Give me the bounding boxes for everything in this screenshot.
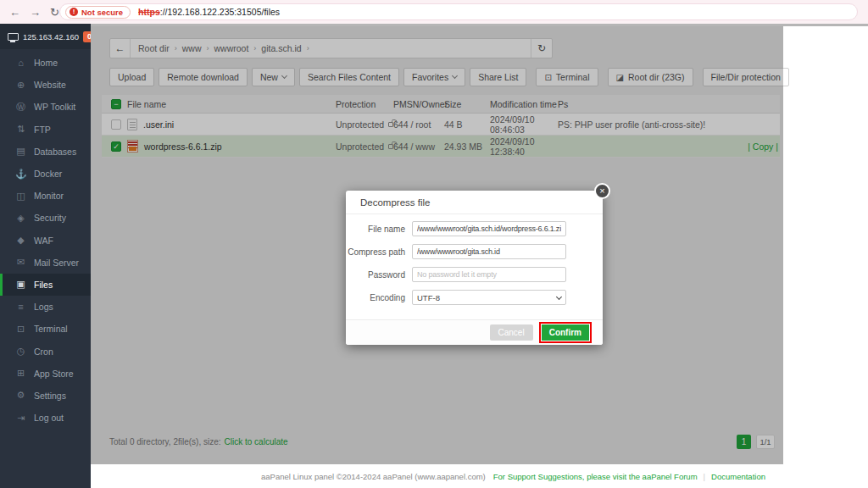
shield-icon: ◆ [15,235,26,246]
password-label: Password [346,270,412,280]
chevron-down-icon [556,293,562,299]
server-ip: 125.163.42.160 [23,32,79,42]
sidebar-item-waf[interactable]: ◆WAF [0,230,91,252]
database-icon: ▤ [15,146,26,157]
encoding-select[interactable]: UTF-8 [412,290,566,305]
dialog-title: Decompress file [346,191,603,214]
clock-icon: ◷ [15,346,26,357]
logs-icon: ≡ [15,302,26,312]
sidebar-header: 125.163.42.160 0 [0,24,91,49]
sidebar-item-wp-toolkit[interactable]: ⓌWP Toolkit [0,96,91,118]
not-secure-badge[interactable]: ! Not secure [65,6,131,19]
sidebar-item-settings[interactable]: ⚙Settings [0,385,91,407]
not-secure-icon: ! [70,8,78,16]
sidebar-item-website[interactable]: ⊕Website [0,74,91,96]
address-bar[interactable]: ! Not secure https://192.168.122.235:315… [59,3,858,20]
sidebar-item-docker[interactable]: ⚓Docker [0,163,91,185]
compress-path-field[interactable] [412,244,566,259]
footer-copyright: aaPanel Linux panel ©2014-2024 aaPanel (… [261,472,486,481]
confirm-button[interactable]: Confirm [542,324,589,341]
footer-documentation-link[interactable]: Documentation [711,472,765,481]
not-secure-label: Not secure [81,8,123,17]
sidebar-item-mail-server[interactable]: ✉Mail Server [0,252,91,274]
sidebar: 125.163.42.160 0 ⌂Home ⊕Website ⓌWP Tool… [0,24,91,488]
sidebar-item-security[interactable]: ◈Security [0,207,91,229]
url-scheme: https [138,7,160,17]
sidebar-item-ftp[interactable]: ⇅FTP [0,119,91,141]
file-name-label: File name [346,225,412,234]
close-icon[interactable]: × [594,183,610,199]
sidebar-item-log-out[interactable]: ⇥Log out [0,407,91,429]
password-field[interactable] [412,267,566,282]
browser-forward-icon[interactable]: → [30,6,41,19]
terminal-icon: ⊡ [15,324,26,335]
monitor-icon: ◫ [15,191,26,202]
footer-divider: | [704,472,705,481]
browser-back-icon[interactable]: ← [9,6,20,19]
compress-path-label: Compress path [346,247,412,257]
logout-icon: ⇥ [15,413,26,424]
file-name-field[interactable] [412,221,566,236]
server-monitor-icon [8,33,19,41]
sidebar-item-cron[interactable]: ◷Cron [0,340,91,362]
website-icon: ⊕ [15,80,26,91]
ftp-icon: ⇅ [15,124,26,135]
page-footer: aaPanel Linux panel ©2014-2024 aaPanel (… [91,464,868,488]
dialog-body: File name Compress path Password Encodin… [346,214,603,305]
encoding-label: Encoding [346,293,412,302]
sidebar-menu: ⌂Home ⊕Website ⓌWP Toolkit ⇅FTP ▤Databas… [0,52,91,429]
sidebar-item-files[interactable]: ▣Files [0,274,91,296]
browser-chrome: ← → ↻ ! Not secure https://192.168.122.2… [0,0,868,24]
url-text: https://192.168.122.235:31505/files [138,7,280,17]
folder-icon: ▣ [15,279,26,290]
shield-check-icon: ◈ [15,213,26,224]
grid-icon: ⊞ [15,368,26,379]
wordpress-icon: Ⓦ [15,101,26,114]
docker-icon: ⚓ [15,169,26,180]
sidebar-item-monitor[interactable]: ◫Monitor [0,185,91,207]
cancel-button[interactable]: Cancel [490,324,533,341]
sidebar-item-app-store[interactable]: ⊞App Store [0,363,91,385]
footer-forum-link[interactable]: For Support Suggestions, please visit th… [493,472,698,481]
dialog-footer: Cancel Confirm [346,319,603,345]
sidebar-item-terminal[interactable]: ⊡Terminal [0,318,91,340]
browser-reload-icon[interactable]: ↻ [50,6,59,19]
decompress-dialog: × Decompress file File name Compress pat… [346,191,603,345]
url-rest: ://192.168.122.235:31505/files [160,7,280,17]
sidebar-item-home[interactable]: ⌂Home [0,52,91,74]
mail-icon: ✉ [15,257,26,268]
sidebar-item-databases[interactable]: ▤Databases [0,141,91,163]
gear-icon: ⚙ [15,390,26,401]
confirm-highlight-annotation: Confirm [539,322,592,343]
sidebar-item-logs[interactable]: ≡Logs [0,296,91,318]
home-icon: ⌂ [15,58,26,68]
